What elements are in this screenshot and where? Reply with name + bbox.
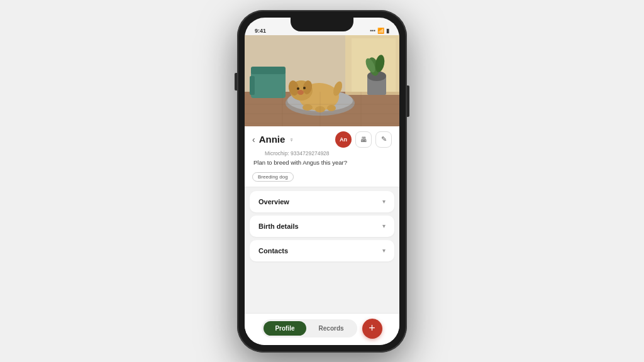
profile-left: ‹ Annie ♀ [252, 134, 294, 145]
pet-name: Annie [259, 134, 286, 145]
microchip-info: Microchip: 9334729274928 [265, 150, 392, 156]
wifi-icon: 📶 [377, 28, 384, 34]
svg-rect-7 [250, 76, 255, 95]
signal-icon: ▪▪▪ [370, 28, 375, 33]
status-icons: ▪▪▪ 📶 ▮ [370, 28, 389, 34]
print-icon: 🖶 [360, 136, 367, 143]
notch [291, 18, 353, 31]
profile-section: ‹ Annie ♀ An 🖶 ✎ Microchip: [245, 126, 399, 187]
accordion-overview[interactable]: Overview ▾ [250, 191, 394, 212]
tab-profile[interactable]: Profile [264, 321, 306, 336]
battery-icon: ▮ [386, 28, 389, 34]
svg-point-25 [327, 105, 336, 111]
tab-records[interactable]: Records [308, 321, 355, 336]
add-button[interactable]: + [362, 319, 382, 339]
accordion-birth-label: Birth details [258, 222, 299, 230]
pet-photo [245, 35, 399, 126]
breed-tag: Breeding dog [252, 172, 294, 182]
note-text: Plan to breed with Angus this year? [252, 159, 392, 166]
chevron-down-icon-3: ▾ [382, 247, 386, 254]
profile-header: ‹ Annie ♀ An 🖶 ✎ [252, 131, 392, 148]
bottom-nav: Profile Records + [245, 313, 399, 345]
chevron-down-icon-2: ▾ [382, 222, 386, 229]
accordion-birth[interactable]: Birth details ▾ [250, 216, 394, 237]
accordion-contacts-label: Contacts [258, 247, 288, 255]
svg-point-23 [303, 104, 313, 111]
profile-actions: An 🖶 ✎ [335, 131, 392, 148]
phone-screen: 9:41 ▪▪▪ 📶 ▮ [245, 18, 399, 345]
svg-point-21 [297, 90, 304, 95]
svg-rect-6 [251, 67, 286, 74]
accordion-contacts[interactable]: Contacts ▾ [250, 240, 394, 261]
svg-point-20 [303, 87, 306, 89]
gender-symbol: ♀ [289, 136, 294, 143]
print-icon-button[interactable]: 🖶 [355, 131, 372, 148]
content-scroll[interactable]: Overview ▾ Birth details ▾ Contacts ▾ [245, 187, 399, 313]
back-arrow[interactable]: ‹ [252, 134, 255, 145]
edit-icon: ✎ [381, 135, 387, 143]
chevron-down-icon: ▾ [382, 198, 386, 205]
phone-outer: 9:41 ▪▪▪ 📶 ▮ [237, 10, 407, 353]
status-time: 9:41 [255, 28, 266, 34]
avatar-badge[interactable]: An [335, 131, 352, 148]
edit-icon-button[interactable]: ✎ [375, 131, 392, 148]
nav-tab-group: Profile Records [262, 319, 357, 337]
svg-point-19 [297, 87, 299, 90]
accordion-overview-label: Overview [258, 198, 289, 206]
